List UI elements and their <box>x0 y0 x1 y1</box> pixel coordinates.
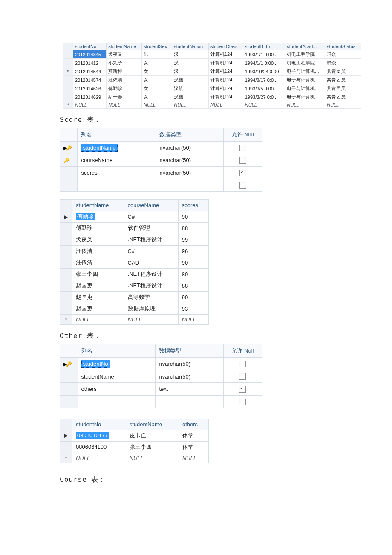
cell[interactable]: 女 <box>142 59 172 67</box>
cell[interactable]: 女 <box>142 76 172 84</box>
cell[interactable]: 1994/1/1 0:00... <box>243 59 285 67</box>
student-col-header[interactable]: studentStatus <box>325 43 361 50</box>
cell[interactable]: 80 <box>178 269 208 280</box>
schema-col-type[interactable] <box>156 395 223 408</box>
cell[interactable]: 女 <box>142 93 172 101</box>
cell[interactable]: NULL <box>72 315 124 325</box>
student-col-header[interactable]: studentName <box>107 43 142 50</box>
table-row[interactable]: 赵国吏.NET程序设计88 <box>60 280 209 292</box>
cell[interactable]: 计算机124 <box>208 93 243 101</box>
cell[interactable]: 88 <box>178 280 208 292</box>
table-row[interactable]: 2012014629斯干春女汉族计算机1241993/3/27 0:0...电子… <box>63 93 361 101</box>
cell[interactable]: 莫斯特 <box>107 67 142 76</box>
data-col-header[interactable]: studentName <box>72 200 124 211</box>
table-row[interactable]: 张三李四.NET程序设计80 <box>60 269 209 280</box>
cell[interactable]: NULL <box>73 101 107 109</box>
cell[interactable]: 数据库原理 <box>124 303 178 315</box>
table-row[interactable]: 2012014626傅勤珍女汉族计算机1241993/9/5 0:00...电子… <box>63 84 361 93</box>
student-col-header[interactable]: studentNation <box>172 43 209 50</box>
cell[interactable]: NULL <box>142 101 172 109</box>
student-col-header[interactable]: studentNo <box>73 43 107 50</box>
student-col-header[interactable]: studentSex <box>142 43 172 50</box>
allow-null-checkbox[interactable] <box>239 182 246 189</box>
allow-null-checkbox[interactable] <box>239 170 246 176</box>
cell[interactable]: 傅勤珍 <box>72 211 124 223</box>
cell[interactable]: C# <box>124 246 178 257</box>
cell[interactable]: 皮卡丘 <box>126 430 179 441</box>
cell[interactable]: 90 <box>178 211 208 223</box>
schema-col-name[interactable]: studentName <box>78 142 156 154</box>
cell[interactable]: 99 <box>178 234 208 246</box>
cell[interactable]: 张三李四 <box>126 441 179 453</box>
cell[interactable]: 群众 <box>325 59 361 67</box>
cell[interactable]: 90 <box>178 292 208 303</box>
schema-col-null[interactable] <box>224 154 262 167</box>
schema-col-type[interactable] <box>156 179 224 192</box>
cell[interactable]: 汪依清 <box>107 76 142 84</box>
table-row[interactable]: 0806064100张三李四休学 <box>60 441 209 453</box>
cell[interactable]: NULL <box>243 101 285 109</box>
cell[interactable]: 赵国吏 <box>72 303 124 315</box>
cell[interactable]: NULL <box>325 101 361 109</box>
cell[interactable]: 汉族 <box>172 93 209 101</box>
table-row[interactable]: 汪依清C#96 <box>60 246 209 257</box>
table-row[interactable]: ✎2012014544莫斯特女汉计算机1241993/10/24 0:00电子与… <box>63 67 361 76</box>
cell[interactable]: 汉族 <box>172 84 209 93</box>
cell[interactable]: 软件管理 <box>124 223 178 234</box>
table-row[interactable]: *NULLNULLNULL <box>60 453 209 463</box>
schema-row[interactable]: ▶studentNamenvarchar(50) <box>60 142 262 154</box>
schema-col-name[interactable] <box>78 395 156 408</box>
data-col-header[interactable]: others <box>179 419 208 430</box>
table-row[interactable]: 2012014345犬夜叉男汉计算机1241993/1/1 0:00...机电工… <box>63 50 361 59</box>
schema-col-null[interactable] <box>224 142 262 154</box>
cell[interactable]: 1993/3/27 0:0... <box>243 93 285 101</box>
table-row[interactable]: ▶傅勤珍C#90 <box>60 211 209 223</box>
cell[interactable]: 共青团员 <box>325 67 361 76</box>
cell[interactable]: .NET程序设计 <box>124 280 178 292</box>
schema-row[interactable]: ▶studentNonvarchar(50) <box>60 358 262 370</box>
table-row[interactable]: 汪依清CAD90 <box>60 257 209 269</box>
cell[interactable]: 2012014629 <box>73 93 107 101</box>
table-row[interactable]: 2012014574汪依清女汉族计算机1241994/8/17 0:0...电子… <box>63 76 361 84</box>
other-data-grid[interactable]: studentNostudentNameothers ▶0801010177皮卡… <box>60 419 209 463</box>
cell[interactable]: NULL <box>285 101 325 109</box>
schema-row[interactable] <box>60 179 262 192</box>
cell[interactable]: 汉 <box>172 50 209 59</box>
cell[interactable]: 汪依清 <box>72 246 124 257</box>
cell[interactable]: 汉 <box>172 67 209 76</box>
cell[interactable]: 计算机124 <box>208 76 243 84</box>
cell[interactable]: NULL <box>72 453 126 463</box>
table-row[interactable]: *NULLNULLNULL <box>60 315 209 325</box>
cell[interactable]: 1994/8/17 0:0... <box>243 76 285 84</box>
student-data-grid[interactable]: studentNostudentNamestudentSexstudentNat… <box>63 43 361 109</box>
schema-col-name[interactable]: scores <box>78 167 156 179</box>
cell[interactable]: CAD <box>124 257 178 269</box>
cell[interactable]: 机电工程学院 <box>285 50 325 59</box>
schema-col-type[interactable]: nvarchar(50) <box>156 167 224 179</box>
schema-col-null[interactable] <box>223 358 262 370</box>
schema-col-name[interactable] <box>78 179 156 192</box>
score-schema-grid[interactable]: 列名 数据类型 允许 Null ▶studentNamenvarchar(50)… <box>60 128 262 192</box>
cell[interactable]: 电子与计算机... <box>285 76 325 84</box>
cell[interactable]: 1993/10/24 0:00 <box>243 67 285 76</box>
cell[interactable]: NULL <box>124 315 178 325</box>
cell[interactable]: 共青团员 <box>325 84 361 93</box>
cell[interactable]: 90 <box>178 257 208 269</box>
cell[interactable]: 犬夜叉 <box>107 50 142 59</box>
schema-row[interactable]: courseNamenvarchar(50) <box>60 154 262 167</box>
table-row[interactable]: 傅勤珍软件管理88 <box>60 223 209 234</box>
cell[interactable]: 计算机124 <box>208 84 243 93</box>
table-row[interactable]: 赵国吏数据库原理93 <box>60 303 209 315</box>
schema-col-null[interactable] <box>224 167 262 179</box>
table-row[interactable]: ▶0801010177皮卡丘休学 <box>60 430 209 441</box>
schema-col-name[interactable]: others <box>78 383 156 396</box>
cell[interactable]: 休学 <box>179 430 208 441</box>
cell[interactable]: 96 <box>178 246 208 257</box>
table-row[interactable]: *NULLNULLNULLNULLNULLNULLNULLNULL <box>63 101 361 109</box>
other-schema-grid[interactable]: 列名 数据类型 允许 Null ▶studentNonvarchar(50)st… <box>60 344 262 408</box>
cell[interactable]: NULL <box>172 101 209 109</box>
data-col-header[interactable]: studentName <box>126 419 179 430</box>
cell[interactable]: NULL <box>178 315 208 325</box>
cell[interactable]: .NET程序设计 <box>124 269 178 280</box>
cell[interactable]: 共青团员 <box>325 93 361 101</box>
